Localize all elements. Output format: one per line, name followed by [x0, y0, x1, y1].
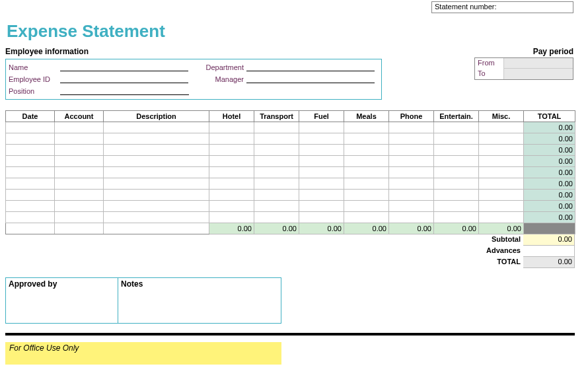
cell[interactable]: [254, 122, 299, 133]
cell[interactable]: [209, 156, 254, 167]
cell[interactable]: [434, 212, 479, 223]
cell[interactable]: [209, 122, 254, 133]
cell[interactable]: [434, 201, 479, 212]
cell[interactable]: [209, 133, 254, 145]
statement-number-box[interactable]: Statement number:: [431, 1, 573, 13]
department-field[interactable]: [246, 62, 375, 71]
cell[interactable]: [434, 167, 479, 178]
cell[interactable]: [104, 201, 209, 212]
cell[interactable]: [55, 201, 104, 212]
cell[interactable]: [389, 212, 434, 223]
pay-from-field[interactable]: [504, 58, 573, 69]
cell[interactable]: [6, 190, 55, 201]
cell[interactable]: [55, 190, 104, 201]
cell[interactable]: [299, 201, 344, 212]
cell[interactable]: [344, 133, 389, 145]
cell[interactable]: [344, 156, 389, 167]
cell[interactable]: [344, 122, 389, 133]
cell[interactable]: [299, 212, 344, 223]
cell[interactable]: [389, 145, 434, 156]
cell[interactable]: [254, 212, 299, 223]
cell[interactable]: [299, 167, 344, 178]
cell[interactable]: [479, 167, 524, 178]
cell[interactable]: [479, 156, 524, 167]
cell[interactable]: [55, 156, 104, 167]
cell[interactable]: [389, 190, 434, 201]
employee-id-field[interactable]: [60, 74, 188, 83]
approved-by-field[interactable]: [6, 290, 118, 322]
cell[interactable]: [6, 167, 55, 178]
cell[interactable]: [104, 156, 209, 167]
cell[interactable]: [299, 145, 344, 156]
cell[interactable]: [479, 201, 524, 212]
cell[interactable]: [299, 178, 344, 190]
advances-value[interactable]: [523, 246, 575, 257]
cell[interactable]: [389, 156, 434, 167]
pay-to-field[interactable]: [504, 69, 573, 79]
cell[interactable]: [344, 145, 389, 156]
cell[interactable]: [344, 178, 389, 190]
cell[interactable]: [434, 122, 479, 133]
cell[interactable]: [6, 145, 55, 156]
cell[interactable]: [55, 122, 104, 133]
cell[interactable]: [479, 212, 524, 223]
cell[interactable]: [299, 133, 344, 145]
cell[interactable]: [209, 145, 254, 156]
cell[interactable]: [254, 145, 299, 156]
cell[interactable]: [389, 122, 434, 133]
cell[interactable]: [299, 122, 344, 133]
cell[interactable]: [209, 212, 254, 223]
cell[interactable]: [6, 122, 55, 133]
cell[interactable]: [434, 190, 479, 201]
cell[interactable]: [434, 145, 479, 156]
cell[interactable]: [104, 212, 209, 223]
cell[interactable]: [104, 190, 209, 201]
cell[interactable]: [104, 145, 209, 156]
cell[interactable]: [479, 190, 524, 201]
manager-field[interactable]: [246, 74, 375, 83]
cell[interactable]: [104, 122, 209, 133]
cell[interactable]: [434, 133, 479, 145]
cell[interactable]: [254, 156, 299, 167]
cell[interactable]: [55, 133, 104, 145]
cell[interactable]: [299, 190, 344, 201]
cell[interactable]: [254, 190, 299, 201]
cell[interactable]: [55, 178, 104, 190]
cell[interactable]: [389, 133, 434, 145]
position-field[interactable]: [60, 86, 189, 95]
cell[interactable]: [344, 201, 389, 212]
cell[interactable]: [299, 156, 344, 167]
cell[interactable]: [479, 178, 524, 190]
cell[interactable]: [209, 167, 254, 178]
cell[interactable]: [434, 156, 479, 167]
cell[interactable]: [434, 178, 479, 190]
cell[interactable]: [6, 201, 55, 212]
name-field[interactable]: [60, 62, 188, 71]
cell[interactable]: [344, 212, 389, 223]
cell[interactable]: [344, 167, 389, 178]
cell[interactable]: [479, 133, 524, 145]
cell[interactable]: [104, 167, 209, 178]
cell[interactable]: [254, 133, 299, 145]
cell[interactable]: [209, 190, 254, 201]
cell[interactable]: [104, 178, 209, 190]
cell[interactable]: [209, 201, 254, 212]
cell[interactable]: [55, 212, 104, 223]
cell[interactable]: [254, 178, 299, 190]
cell[interactable]: [6, 133, 55, 145]
cell[interactable]: [389, 201, 434, 212]
cell[interactable]: [479, 145, 524, 156]
cell[interactable]: [479, 122, 524, 133]
cell[interactable]: [55, 167, 104, 178]
cell[interactable]: [6, 178, 55, 190]
cell[interactable]: [254, 201, 299, 212]
cell[interactable]: [344, 190, 389, 201]
cell[interactable]: [389, 167, 434, 178]
cell[interactable]: [6, 156, 55, 167]
cell[interactable]: [389, 178, 434, 190]
cell[interactable]: [104, 133, 209, 145]
cell[interactable]: [254, 167, 299, 178]
cell[interactable]: [209, 178, 254, 190]
cell[interactable]: [6, 212, 55, 223]
cell[interactable]: [55, 145, 104, 156]
